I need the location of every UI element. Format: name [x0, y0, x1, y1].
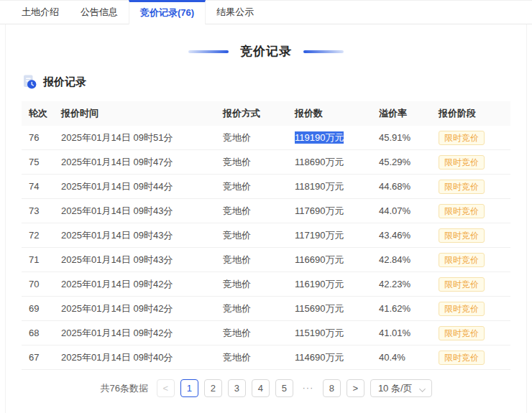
cell-time: 2025年01月14日 09时42分	[54, 278, 216, 291]
cell-method: 竞地价	[216, 205, 288, 218]
cell-premium: 41.01%	[372, 328, 431, 338]
stage-badge: 限时竞价	[439, 277, 485, 292]
cell-stage: 限时竞价	[431, 326, 510, 340]
stage-badge: 限时竞价	[439, 302, 485, 316]
cell-price: 116190万元	[288, 278, 372, 291]
stage-badge: 限时竞价	[439, 131, 485, 145]
cell-price: 114690万元	[288, 351, 372, 364]
cell-stage: 限时竞价	[431, 180, 510, 194]
cell-method: 竞地价	[216, 351, 288, 364]
cell-round: 68	[22, 328, 54, 338]
cell-round: 69	[22, 303, 54, 314]
cell-method: 竞地价	[216, 302, 288, 315]
next-page-button[interactable]: >	[347, 379, 364, 397]
cell-stage: 限时竞价	[431, 277, 510, 292]
page-button-1[interactable]: 1	[180, 379, 198, 397]
cell-round: 73	[22, 205, 54, 216]
page-buttons: <12345···8>	[157, 379, 364, 397]
price-value: 116190万元	[295, 279, 344, 289]
pagination-total: 共76条数据	[100, 382, 147, 395]
tab-bid-records[interactable]: 竞价记录(76)	[129, 0, 206, 24]
prev-page-button[interactable]: <	[157, 379, 175, 397]
table-body: 762025年01月14日 09时51分竞地价119190万元45.91%限时竞…	[22, 126, 510, 370]
table-row: 702025年01月14日 09时42分竞地价116190万元42.23%限时竞…	[22, 272, 510, 297]
table-row: 742025年01月14日 09时44分竞地价118190万元44.68%限时竞…	[22, 175, 510, 199]
content-card: 竞价记录 报价记录 轮次报价时间报价方式报价数溢价率报价阶段 762025年01…	[5, 24, 527, 413]
cell-premium: 45.29%	[372, 157, 431, 167]
cell-round: 72	[22, 230, 54, 241]
cell-time: 2025年01月14日 09时51分	[54, 131, 216, 144]
stage-badge: 限时竞价	[439, 155, 485, 170]
cell-price: 115690万元	[288, 302, 372, 315]
cell-premium: 44.68%	[372, 181, 431, 192]
stage-badge: 限时竞价	[439, 326, 485, 340]
cell-price: 117690万元	[288, 205, 372, 218]
page-size-select[interactable]: 10 条/页	[370, 379, 432, 397]
cell-round: 75	[22, 157, 54, 167]
page-size-label: 10 条/页	[378, 383, 413, 394]
stage-badge: 限时竞价	[439, 204, 485, 218]
page-button-8[interactable]: 8	[323, 379, 341, 397]
table-row: 692025年01月14日 09时42分竞地价115690万元41.62%限时竞…	[22, 297, 510, 321]
cell-time: 2025年01月14日 09时40分	[54, 351, 216, 364]
table-row: 752025年01月14日 09时47分竞地价118690万元45.29%限时竞…	[22, 150, 510, 175]
cell-premium: 42.84%	[372, 254, 431, 265]
tab-bar: 土地介绍公告信息竞价记录(76)结果公示	[0, 0, 532, 24]
page-button-5[interactable]: 5	[275, 379, 293, 397]
cell-stage: 限时竞价	[431, 204, 510, 218]
stage-badge: 限时竞价	[439, 228, 485, 243]
cell-time: 2025年01月14日 09时43分	[54, 205, 216, 218]
cell-round: 74	[22, 181, 54, 192]
cell-premium: 40.4%	[372, 352, 431, 363]
bids-table: 轮次报价时间报价方式报价数溢价率报价阶段 762025年01月14日 09时51…	[22, 101, 510, 370]
title-flourish-right	[303, 50, 344, 53]
cell-price: 116690万元	[288, 254, 372, 266]
cell-price: 119190万元	[288, 131, 372, 144]
cell-price: 117190万元	[288, 229, 372, 242]
page-title: 竞价记录	[240, 43, 292, 60]
cell-method: 竞地价	[216, 131, 288, 144]
price-value: 117190万元	[295, 230, 344, 241]
cell-price: 118690万元	[288, 156, 372, 169]
quote-records-title: 报价记录	[43, 75, 86, 89]
section-title-row: 竞价记录	[6, 43, 526, 60]
table-header: 轮次报价时间报价方式报价数溢价率报价阶段	[22, 101, 510, 126]
page-button-4[interactable]: 4	[252, 379, 270, 397]
price-value: 117690万元	[295, 205, 344, 216]
cell-round: 70	[22, 279, 54, 289]
document-clock-record-icon	[22, 74, 37, 90]
cell-stage: 限时竞价	[431, 253, 510, 267]
cell-stage: 限时竞价	[431, 155, 510, 170]
price-value: 118190万元	[295, 181, 344, 192]
page-button-3[interactable]: 3	[228, 379, 246, 397]
table-row: 762025年01月14日 09时51分竞地价119190万元45.91%限时竞…	[22, 126, 510, 150]
table-row: 672025年01月14日 09时40分竞地价114690万元40.4%限时竞价	[22, 345, 510, 370]
price-value: 115690万元	[295, 303, 344, 314]
cell-method: 竞地价	[216, 278, 288, 291]
page-button-2[interactable]: 2	[204, 379, 222, 397]
table-row: 732025年01月14日 09时43分竞地价117690万元44.07%限时竞…	[22, 199, 510, 223]
tab-land-intro[interactable]: 土地介绍	[11, 1, 70, 24]
price-value: 115190万元	[295, 328, 344, 338]
cell-method: 竞地价	[216, 156, 288, 169]
cell-round: 76	[22, 132, 54, 143]
table-row: 682025年01月14日 09时42分竞地价115190万元41.01%限时竞…	[22, 321, 510, 345]
tab-announcement-info[interactable]: 公告信息	[70, 1, 129, 24]
price-value: 114690万元	[295, 352, 344, 363]
cell-round: 71	[22, 254, 54, 265]
title-flourish-left	[188, 50, 229, 53]
cell-premium: 41.62%	[372, 303, 431, 314]
cell-stage: 限时竞价	[431, 351, 510, 365]
cell-premium: 42.23%	[372, 279, 431, 289]
cell-method: 竞地价	[216, 180, 288, 193]
cell-time: 2025年01月14日 09时42分	[54, 302, 216, 315]
cell-time: 2025年01月14日 09时44分	[54, 180, 216, 193]
cell-premium: 44.07%	[372, 205, 431, 216]
price-value: 116690万元	[295, 254, 344, 265]
cell-time: 2025年01月14日 09时43分	[54, 229, 216, 242]
price-value-selected: 119190万元	[295, 131, 344, 144]
cell-stage: 限时竞价	[431, 302, 510, 316]
tab-result-publicity[interactable]: 结果公示	[206, 1, 265, 24]
quote-records-header: 报价记录	[22, 74, 526, 90]
price-value: 118690万元	[295, 157, 344, 167]
